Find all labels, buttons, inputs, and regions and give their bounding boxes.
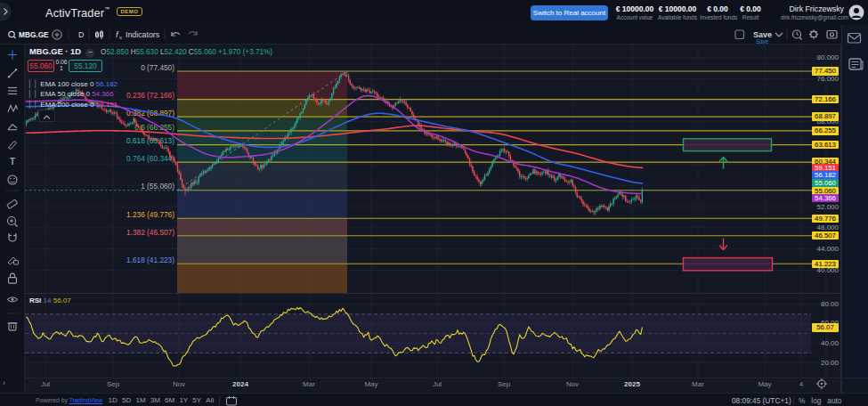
svg-text:0.764 (60.344): 0.764 (60.344) — [126, 154, 174, 163]
svg-text:0.236 (72.166): 0.236 (72.166) — [126, 91, 174, 100]
svg-text:0 (77.450): 0 (77.450) — [141, 63, 174, 72]
svg-text:T: T — [10, 157, 15, 166]
svg-text:1.236 (49.776): 1.236 (49.776) — [126, 210, 174, 219]
svg-text:1 (55.060): 1 (55.060) — [141, 182, 174, 191]
svg-text:MBG.GE: MBG.GE — [19, 30, 49, 39]
svg-text:x: x — [119, 35, 122, 40]
svg-text:1.382 (46.507): 1.382 (46.507) — [126, 228, 174, 237]
svg-text:Indicators: Indicators — [126, 30, 160, 39]
svg-text:D: D — [78, 30, 84, 39]
svg-text:Save: Save — [756, 38, 769, 45]
svg-text:1.618 (41.223): 1.618 (41.223) — [126, 256, 174, 264]
